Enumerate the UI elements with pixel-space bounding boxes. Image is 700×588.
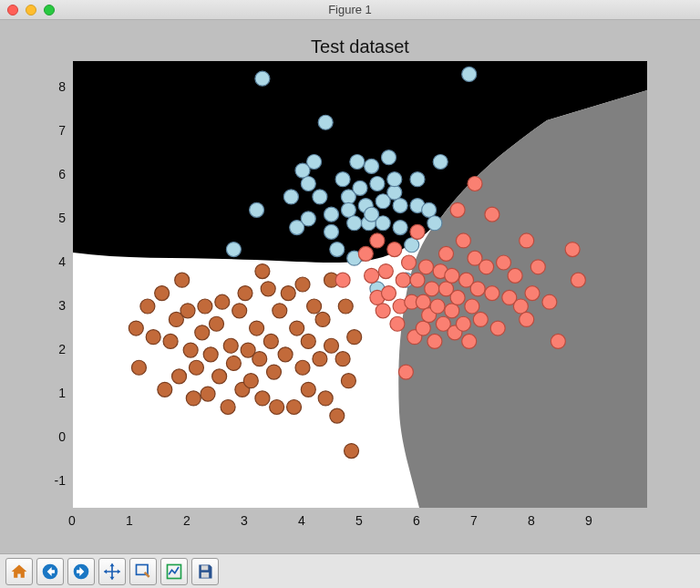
scatter-point (393, 199, 407, 213)
scatter-point (347, 330, 362, 345)
scatter-point (270, 400, 284, 415)
scatter-point (250, 321, 264, 335)
zoom-button[interactable] (129, 558, 157, 585)
y-tick: 2 (58, 342, 66, 356)
scatter-point (402, 255, 417, 270)
y-tick: 4 (58, 254, 66, 269)
scatter-point (221, 400, 235, 415)
scatter-point (243, 374, 258, 388)
scatter-point (301, 334, 315, 348)
scatter-point (324, 338, 339, 353)
matplotlib-toolbar (0, 553, 700, 588)
scatter-point (416, 294, 430, 309)
pan-button[interactable] (98, 558, 126, 585)
scatter-point (396, 273, 410, 287)
scatter-point (353, 181, 367, 195)
scatter-point (250, 202, 264, 217)
scatter-point (307, 299, 322, 314)
scatter-point (456, 316, 470, 331)
scatter-point (201, 387, 215, 401)
scatter-point (232, 304, 247, 318)
x-tick: 0 (68, 513, 76, 528)
scatter-point (376, 304, 390, 318)
right-arrow-icon (72, 562, 90, 581)
scatter-point (226, 242, 241, 257)
scatter-point (382, 150, 396, 165)
scatter-point (295, 360, 310, 375)
scatter-point (530, 260, 545, 274)
scatter-point (427, 216, 442, 231)
scatter-point (263, 334, 278, 348)
scatter-point (370, 177, 385, 191)
scatter-point (335, 273, 350, 287)
scatter-point (387, 242, 402, 257)
scatter-point (313, 352, 327, 366)
scatter-point (324, 224, 339, 239)
scatter-point (393, 221, 407, 235)
subplots-button[interactable] (160, 558, 188, 585)
scatter-point (365, 268, 379, 283)
scatter-point (278, 347, 293, 362)
scatter-point (430, 299, 445, 314)
scatter-point (255, 391, 270, 406)
forward-button[interactable] (67, 558, 95, 585)
x-tick: 4 (298, 513, 305, 528)
scatter-point (186, 391, 201, 406)
scatter-point (155, 286, 170, 301)
scatter-point (347, 216, 362, 231)
scatter-point (490, 321, 505, 335)
scatter-point (212, 369, 227, 384)
scatter-point (450, 290, 465, 304)
scatter-point (223, 338, 238, 353)
scatter-point (445, 304, 459, 318)
scatter-point (350, 154, 365, 169)
scatter-point (189, 360, 203, 375)
scatter-point (433, 154, 448, 169)
scatter-point (485, 286, 499, 301)
x-tick: 7 (470, 513, 478, 528)
scatter-point (416, 321, 430, 335)
scatter-point (497, 255, 511, 270)
svg-rect-5 (201, 572, 209, 577)
scatter-point (398, 365, 413, 379)
chart-title: Test dataset (73, 36, 647, 57)
scatter-point (410, 224, 425, 239)
scatter-point (341, 374, 355, 388)
back-button[interactable] (36, 558, 64, 585)
scatter-point (163, 334, 178, 348)
scatter-point (439, 246, 454, 261)
scatter-point (422, 202, 437, 217)
plot-area[interactable] (73, 61, 647, 508)
y-tick: 7 (58, 123, 66, 138)
scatter-point (301, 177, 315, 191)
scatter-point (338, 299, 353, 314)
scatter-point (158, 382, 172, 397)
scatter-point (520, 233, 534, 248)
x-tick: 2 (183, 513, 190, 528)
scatter-point (365, 159, 379, 173)
scatter-point (313, 190, 327, 204)
scatter-point (295, 163, 310, 178)
home-icon (10, 562, 28, 581)
scatter-point (172, 369, 187, 384)
scatter-point (473, 312, 488, 326)
scatter-point (470, 282, 485, 296)
scatter-point (180, 304, 195, 318)
scatter-point (341, 202, 355, 217)
scatter-point (345, 444, 359, 459)
scatter-point (410, 172, 425, 187)
scatter-point (330, 408, 345, 423)
window-title: Figure 1 (0, 3, 700, 16)
scatter-point (525, 286, 540, 301)
scatter-point (183, 343, 198, 357)
scatter-point (290, 321, 304, 335)
scatter-point (410, 273, 425, 287)
scatter-point (283, 190, 298, 204)
scatter-point (146, 330, 160, 345)
save-button[interactable] (191, 558, 219, 585)
scatter-point (418, 260, 433, 274)
scatter-point (203, 347, 218, 362)
home-button[interactable] (5, 558, 33, 585)
scatter-point (513, 299, 528, 314)
scatter-point (273, 304, 287, 318)
